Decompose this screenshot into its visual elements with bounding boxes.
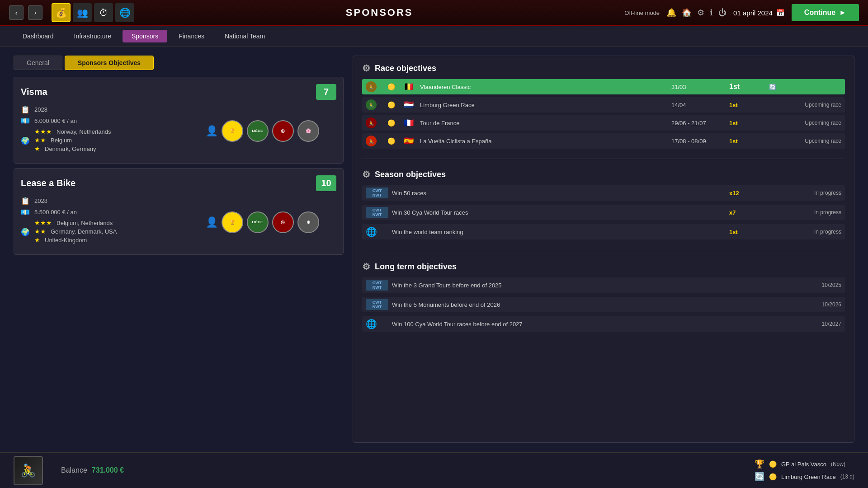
sponsor-lease-salary: 💶 5.500.000 € / an (21, 208, 179, 216)
race-place-tdf: 1st (729, 120, 765, 127)
current-date: 01 april 2024 (733, 9, 773, 17)
race-time-bottom-2: (13 d) (840, 474, 854, 480)
globe-icon: 🌍 (21, 136, 30, 145)
longterm-cwt-1: CWTNWT (366, 280, 388, 291)
toolbar-icons: 💰 👥 ⏱ 🌐 (52, 3, 134, 22)
tab-sponsors[interactable]: Sponsors (123, 30, 167, 42)
top-bar-icons: 🔔 🏠 ⚙ ℹ ⏻ (666, 8, 726, 18)
settings-icon[interactable]: ⚙ (697, 8, 704, 18)
race-date-limburg: 14/04 (671, 102, 726, 108)
balance-amount: 731.000 € (92, 466, 124, 474)
longterm-label-2: Win the 5 Monuments before end of 2026 (392, 301, 793, 308)
team-logo: 🚴 (14, 456, 43, 485)
longterm-objectives-icon: ⚙ (362, 261, 370, 272)
cycling-icon-bottom: 🔄 (755, 472, 764, 482)
continue-button[interactable]: Continue ► (792, 4, 859, 21)
race-icon-vlaan: 🚴 (366, 81, 377, 92)
tab-national-team[interactable]: National Team (216, 30, 274, 42)
right-panel: ⚙ Race objectives 🚴 🟡 🇧🇪 Vlaanderen Clas… (353, 56, 854, 443)
lease-stars-2: ★★ Germany, Denmark, USA (34, 228, 117, 235)
race-name-limburg: Limburg Green Race (420, 102, 668, 108)
longterm-row-1: CWTNWT Win the 3 Grand Tours before end … (362, 277, 845, 293)
longterm-row-3: 🌐 Win 100 Cya World Tour races before en… (362, 316, 845, 332)
coin-tdf: 🟡 (387, 119, 400, 127)
longterm-cwt-2: CWTNWT (366, 299, 388, 310)
coin-vlaan: 🟡 (387, 83, 400, 90)
race-name-vlaan: Vlaanderen Classic (420, 84, 668, 90)
race-objectives-section: ⚙ Race objectives 🚴 🟡 🇧🇪 Vlaanderen Clas… (362, 63, 845, 149)
subtab-general[interactable]: General (14, 56, 62, 70)
race-name-vuelta: La Vuelta Ciclista a España (420, 138, 668, 145)
sponsor-lease-body: 📋 2028 💶 5.500.000 € / an 🌍 ★★★ Belgium,… (21, 197, 336, 248)
logo-badge-7: ◎ (272, 211, 294, 233)
race-date-tdf: 29/06 - 21/07 (671, 120, 726, 127)
longterm-date-3: 10/2027 (796, 321, 841, 327)
longterm-date-1: 10/2025 (796, 282, 841, 288)
longterm-objectives-title: ⚙ Long term objectives (362, 261, 845, 272)
sponsor-visma-year: 📋 2028 (21, 105, 179, 114)
balance-label: Balance (61, 466, 87, 474)
top-bar-right: Off-line mode 🔔 🏠 ⚙ ℹ ⏻ 01 april 2024 📅 … (624, 4, 859, 21)
race-objective-row-3: 🚴 🟡 🇫🇷 Tour de France 29/06 - 21/07 1st … (362, 115, 845, 131)
season-cwt-1: CWTNWT (366, 188, 388, 198)
race-icon-tdf: 🚴 (366, 117, 377, 128)
longterm-date-2: 10/2026 (796, 301, 841, 308)
sponsor-lease-regions: 🌍 ★★★ Belgium, Netherlands ★★ Germany, D… (21, 219, 179, 245)
logo-badge-1: 🏆 (222, 120, 243, 142)
race-name-bottom-2: Limburg Green Race (781, 474, 836, 480)
calendar-small-icon: 📋 (21, 105, 30, 114)
nav-back-button[interactable]: ‹ (9, 5, 24, 20)
race-time-bottom-1: (Now) (831, 461, 845, 467)
nav-forward-button[interactable]: › (28, 5, 42, 20)
upcoming-race-row-1: 🏆 🟡 GP al Pais Vasco (Now) (755, 459, 854, 469)
season-value-3: 1st (729, 229, 765, 235)
bell-icon[interactable]: 🔔 (666, 8, 676, 18)
race-date-vlaan: 31/03 (671, 84, 726, 90)
calendar-icon[interactable]: 📅 (776, 9, 785, 17)
sponsor-lease-header: Lease a Bike 10 (21, 175, 336, 191)
offline-mode-label: Off-line mode (624, 9, 660, 16)
divider-1 (362, 159, 845, 159)
toolbar-finances-icon[interactable]: 💰 (52, 3, 71, 22)
sub-tabs: General Sponsors Objectives (14, 56, 344, 70)
sponsor-lease-logos: 👤 🏆 LIÈGE ◎ ⊕ (188, 197, 336, 248)
race-status-tdf: Upcoming race (769, 120, 841, 126)
home-icon[interactable]: 🏠 (682, 8, 692, 18)
power-icon[interactable]: ⏻ (718, 8, 726, 18)
logo-badge-3: ◎ (272, 120, 294, 142)
subtab-sponsors-objectives[interactable]: Sponsors Objectives (65, 56, 154, 70)
longterm-row-2: CWTNWT Win the 5 Monuments before end of… (362, 297, 845, 312)
tab-finances[interactable]: Finances (170, 30, 213, 42)
toolbar-clock-icon[interactable]: ⏱ (94, 3, 113, 22)
sponsor-card-lease: Lease a Bike 10 📋 2028 💶 5.500.000 € / a… (14, 168, 344, 255)
logo-badge-8: ⊕ (297, 211, 319, 233)
logo-badge-5: 🏆 (222, 211, 243, 233)
race-objective-row-4: 🚴 🟡 🇪🇸 La Vuelta Ciclista a España 17/08… (362, 133, 845, 149)
logo-badge-4: 🌸 (297, 120, 319, 142)
race-place-vuelta: 1st (729, 138, 765, 145)
person-icon: 👤 (206, 125, 218, 137)
race-name-tdf: Tour de France (420, 120, 668, 127)
visma-stars-1: ★ Denmark, Germany (34, 145, 111, 152)
longterm-label-1: Win the 3 Grand Tours before end of 2025 (392, 282, 793, 289)
tab-dashboard[interactable]: Dashboard (14, 30, 63, 42)
sponsor-visma-name: Visma (21, 87, 47, 97)
toolbar-team-icon[interactable]: 👥 (73, 3, 92, 22)
sponsor-lease-name: Lease a Bike (21, 178, 75, 188)
tab-infrastructure[interactable]: Infrastructure (65, 30, 120, 42)
sponsor-card-visma: Visma 7 📋 2028 💶 6.000.000 € / an 🌍 (14, 77, 344, 164)
logo-badge-2: LIÈGE (247, 120, 269, 142)
race-icon-limburg: 🚴 (366, 99, 377, 110)
top-bar-left: ‹ › 💰 👥 ⏱ 🌐 (9, 3, 134, 22)
season-objectives-icon: ⚙ (362, 169, 370, 180)
sponsor-visma-info: 📋 2028 💶 6.000.000 € / an 🌍 ★★★ Norway, … (21, 105, 179, 156)
lease-stars-1: ★ United-Kingdom (34, 236, 117, 244)
info-icon[interactable]: ℹ (710, 8, 713, 18)
toolbar-globe-icon[interactable]: 🌐 (115, 3, 134, 22)
season-value-1: x12 (729, 190, 765, 197)
season-row-2: CWTNWT Win 30 Cya World Tour races x7 In… (362, 205, 845, 220)
flag-france: 🇫🇷 (404, 118, 416, 128)
longterm-globe-1: 🌐 (366, 319, 388, 329)
coin-bottom-1: 🟡 (769, 460, 777, 468)
flag-netherlands: 🇳🇱 (404, 100, 416, 110)
